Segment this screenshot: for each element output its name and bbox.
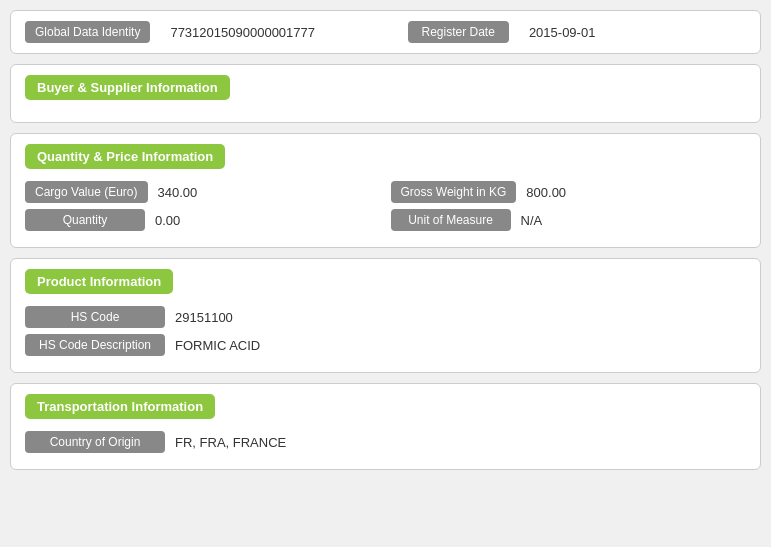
country-label: Country of Origin	[25, 431, 165, 453]
quantity-pair: Quantity 0.00	[25, 209, 381, 231]
gross-pair: Gross Weight in KG 800.00	[391, 181, 747, 203]
quantity-label: Quantity	[25, 209, 145, 231]
uom-label: Unit of Measure	[391, 209, 511, 231]
hs-code-label: HS Code	[25, 306, 165, 328]
quantity-price-header: Quantity & Price Information	[25, 144, 225, 169]
cargo-pair: Cargo Value (Euro) 340.00	[25, 181, 381, 203]
global-data-card: Global Data Identity 7731201509000000177…	[10, 10, 761, 54]
global-value: 77312015090000001777	[170, 25, 387, 40]
transportation-title-row: Transportation Information	[25, 394, 746, 423]
buyer-supplier-card: Buyer & Supplier Information	[10, 64, 761, 123]
product-header: Product Information	[25, 269, 173, 294]
buyer-supplier-title-row: Buyer & Supplier Information	[25, 75, 746, 104]
product-card: Product Information HS Code 29151100 HS …	[10, 258, 761, 373]
register-value: 2015-09-01	[529, 25, 746, 40]
transportation-header: Transportation Information	[25, 394, 215, 419]
hs-desc-value: FORMIC ACID	[175, 338, 746, 353]
cargo-label: Cargo Value (Euro)	[25, 181, 148, 203]
hs-desc-row: HS Code Description FORMIC ACID	[25, 334, 746, 356]
register-label: Register Date	[408, 21, 509, 43]
cargo-gross-row: Cargo Value (Euro) 340.00 Gross Weight i…	[25, 181, 746, 203]
quantity-value: 0.00	[155, 213, 381, 228]
gross-value: 800.00	[526, 185, 746, 200]
cargo-value: 340.00	[158, 185, 381, 200]
global-data-row: Global Data Identity 7731201509000000177…	[25, 21, 746, 43]
quantity-price-title-row: Quantity & Price Information	[25, 144, 746, 173]
uom-pair: Unit of Measure N/A	[391, 209, 747, 231]
quantity-uom-row: Quantity 0.00 Unit of Measure N/A	[25, 209, 746, 231]
product-title-row: Product Information	[25, 269, 746, 298]
buyer-supplier-header: Buyer & Supplier Information	[25, 75, 230, 100]
country-row: Country of Origin FR, FRA, FRANCE	[25, 431, 746, 453]
gross-label: Gross Weight in KG	[391, 181, 517, 203]
global-label: Global Data Identity	[25, 21, 150, 43]
country-value: FR, FRA, FRANCE	[175, 435, 746, 450]
hs-code-row: HS Code 29151100	[25, 306, 746, 328]
hs-desc-label: HS Code Description	[25, 334, 165, 356]
quantity-price-card: Quantity & Price Information Cargo Value…	[10, 133, 761, 248]
hs-code-value: 29151100	[175, 310, 746, 325]
uom-value: N/A	[521, 213, 747, 228]
transportation-card: Transportation Information Country of Or…	[10, 383, 761, 470]
